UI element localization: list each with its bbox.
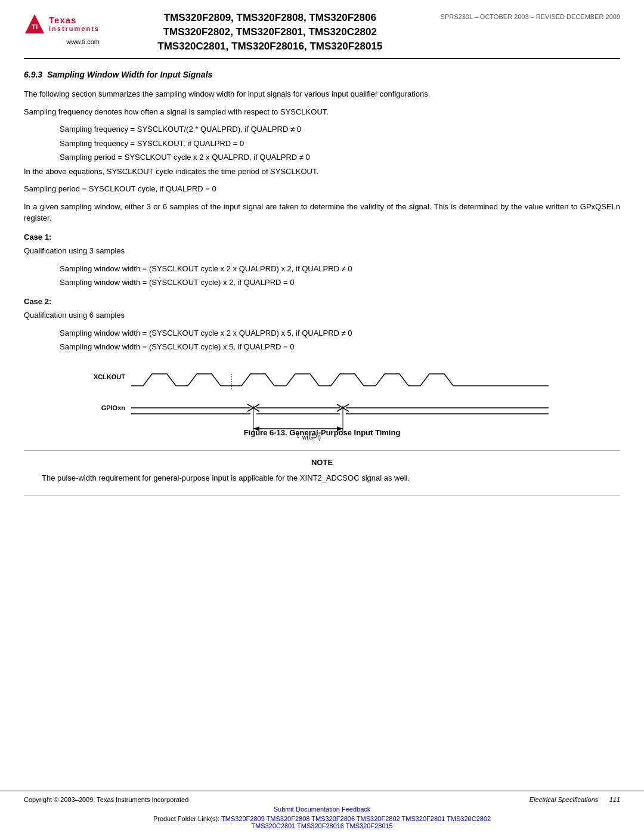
- section-title: Sampling Window Width for Input Signals: [47, 70, 212, 79]
- footer-page-number: 111: [609, 796, 620, 803]
- gpiox-signal: t w(GPI): [131, 396, 555, 420]
- indent-1: Sampling frequency = SYSCLKOUT/(2 * QUAL…: [60, 123, 620, 135]
- page: TI Texas Instruments www.ti.com TMS320F2…: [0, 0, 644, 833]
- product-link[interactable]: TMS320F2801: [402, 815, 445, 822]
- logo: TI Texas Instruments: [24, 13, 100, 35]
- case1-indent-1: Sampling window width = (SYSCLKOUT cycle…: [60, 263, 620, 275]
- svg-text:TI: TI: [32, 23, 38, 30]
- product-link[interactable]: TMS320C2801: [251, 822, 295, 829]
- logo-area: TI Texas Instruments www.ti.com: [24, 11, 100, 47]
- svg-text:w(GPI): w(GPI): [302, 434, 321, 441]
- svg-marker-17: [337, 426, 343, 431]
- xclkout-row: XCLKOUT: [89, 365, 555, 389]
- website-url: www.ti.com: [66, 35, 100, 47]
- product-links-prefix: Product Folder Link(s):: [153, 815, 219, 822]
- svg-text:t: t: [297, 431, 299, 439]
- footer-copyright: Copyright © 2003–2009, Texas Instruments…: [24, 796, 188, 803]
- title-line2: TMS320F2802, TMS320F2801, TMS320C2802: [112, 25, 429, 39]
- logo-texas: Texas: [49, 16, 100, 26]
- paragraph-3: In the above equations, SYSCLKOUT cycle …: [24, 166, 620, 178]
- case1-p1: Qualification using 3 samples: [24, 245, 620, 257]
- case2-label: Case 2:: [24, 296, 620, 308]
- logo-text: Texas Instruments: [49, 16, 100, 33]
- footer-feedback[interactable]: Submit Documentation Feedback: [24, 806, 620, 813]
- product-link[interactable]: TMS320F28015: [346, 822, 393, 829]
- product-link[interactable]: TMS320C2802: [447, 815, 491, 822]
- doc-title: TMS320F2809, TMS320F2808, TMS320F2806 TM…: [112, 11, 429, 53]
- header-right: SPRS230L – OCTOBER 2003 – REVISED DECEMB…: [441, 11, 620, 20]
- title-line3: TMS320C2801, TMS320F28016, TMS320F28015: [112, 39, 429, 54]
- ti-logo-icon: TI: [24, 13, 45, 35]
- section-heading: 6.9.3 Sampling Window Width for Input Si…: [24, 69, 620, 81]
- feedback-link[interactable]: Submit Documentation Feedback: [274, 806, 371, 813]
- timing-diagram: XCLKOUT GPIOxn: [89, 365, 555, 439]
- product-link[interactable]: TMS320F2808: [267, 815, 310, 822]
- footer-product-links[interactable]: TMS320F2809 TMS320F2808 TMS320F2806 TMS3…: [221, 815, 491, 829]
- footer-section: Electrical Specifications 111: [530, 796, 620, 803]
- product-link[interactable]: TMS320F2802: [357, 815, 400, 822]
- paragraph-5: In a given sampling window, either 3 or …: [24, 201, 620, 224]
- main-content: 6.9.3 Sampling Window Width for Input Si…: [0, 59, 644, 791]
- logo-instruments: Instruments: [49, 25, 100, 32]
- xclkout-svg: [131, 365, 549, 395]
- xclkout-signal: [131, 365, 555, 389]
- footer-section-label: Electrical Specifications: [530, 796, 599, 803]
- xclkout-label: XCLKOUT: [89, 373, 131, 380]
- product-link[interactable]: TMS320F2806: [311, 815, 355, 822]
- title-line1: TMS320F2809, TMS320F2808, TMS320F2806: [112, 11, 429, 25]
- product-link[interactable]: TMS320F28016: [297, 822, 344, 829]
- footer: Copyright © 2003–2009, Texas Instruments…: [0, 791, 644, 833]
- case1-label: Case 1:: [24, 231, 620, 243]
- case2-indent-2: Sampling window width = (SYSCLKOUT cycle…: [60, 341, 620, 353]
- gpiox-label: GPIOxn: [89, 404, 131, 411]
- gpiox-row: GPIOxn: [89, 396, 555, 420]
- doc-ref: SPRS230L – OCTOBER 2003 – REVISED DECEMB…: [441, 13, 620, 20]
- section-number: 6.9.3: [24, 70, 42, 79]
- indent-2: Sampling frequency = SYSCLKOUT, if QUALP…: [60, 138, 620, 150]
- case2-p1: Qualification using 6 samples: [24, 309, 620, 321]
- footer-links: Product Folder Link(s): TMS320F2809 TMS3…: [24, 815, 620, 829]
- header-title-block: TMS320F2809, TMS320F2808, TMS320F2806 TM…: [100, 11, 441, 53]
- case1-indent-2: Sampling window width = (SYSCLKOUT cycle…: [60, 277, 620, 289]
- note-title: NOTE: [42, 457, 602, 469]
- case2-indent-1: Sampling window width = (SYSCLKOUT cycle…: [60, 327, 620, 339]
- paragraph-4: Sampling period = SYSCLKOUT cycle, if QU…: [24, 183, 620, 195]
- paragraph-1: The following section summarizes the sam…: [24, 88, 620, 100]
- note-text: The pulse-width requirement for general-…: [42, 472, 602, 484]
- indent-3: Sampling period = SYSCLKOUT cycle x 2 x …: [60, 151, 620, 163]
- note-box: NOTE The pulse-width requirement for gen…: [24, 450, 620, 496]
- gpiox-svg: t w(GPI): [131, 396, 549, 444]
- svg-marker-16: [253, 426, 259, 431]
- paragraph-2: Sampling frequency denotes how often a s…: [24, 106, 620, 118]
- product-link[interactable]: TMS320F2809: [221, 815, 265, 822]
- footer-row1: Copyright © 2003–2009, Texas Instruments…: [24, 796, 620, 803]
- header: TI Texas Instruments www.ti.com TMS320F2…: [0, 0, 644, 58]
